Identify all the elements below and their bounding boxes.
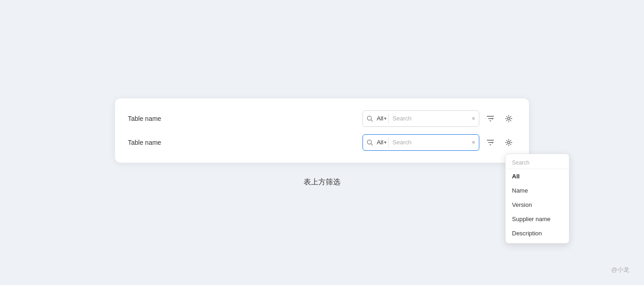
dropdown-item-version[interactable]: Version	[506, 198, 569, 212]
page-label: 表上方筛选	[304, 177, 340, 187]
toolbar-row-2: Table name All ▾ ×	[128, 133, 516, 152]
chevron-down-icon-1: ▾	[384, 116, 386, 121]
settings-icon-2[interactable]	[501, 135, 516, 150]
dropdown-value-2: All	[377, 139, 383, 146]
svg-point-7	[508, 141, 510, 143]
svg-point-3	[508, 117, 510, 120]
category-dropdown-menu: Search All Name Version Supplier name De…	[505, 154, 569, 244]
search-box-2[interactable]: All ▾ ×	[362, 134, 479, 151]
category-dropdown-trigger-2[interactable]: All ▾	[375, 137, 389, 148]
search-icon-1	[367, 115, 373, 122]
search-box-1[interactable]: All ▾ ×	[362, 110, 479, 127]
svg-point-2	[492, 118, 494, 119]
search-icon-2	[367, 139, 373, 146]
dropdown-value-1: All	[377, 115, 383, 122]
table-name-2: Table name	[128, 139, 359, 146]
clear-icon-1[interactable]: ×	[472, 115, 475, 122]
category-dropdown-trigger-1[interactable]: All ▾	[375, 114, 389, 124]
svg-line-1	[371, 120, 373, 121]
settings-icon-1[interactable]	[501, 111, 516, 126]
dropdown-item-description[interactable]: Description	[506, 226, 569, 240]
search-input-1[interactable]	[392, 115, 470, 122]
dropdown-item-all[interactable]: All	[506, 169, 569, 183]
search-input-2[interactable]	[392, 139, 470, 146]
table-name-1: Table name	[128, 115, 359, 122]
dropdown-item-supplier-name[interactable]: Supplier name	[506, 212, 569, 226]
watermark: @小龙	[611, 266, 629, 274]
main-card: Table name All ▾ ×	[115, 98, 529, 163]
svg-line-5	[371, 143, 373, 145]
dropdown-item-name[interactable]: Name	[506, 183, 569, 198]
filter-icon-1[interactable]	[483, 111, 498, 126]
chevron-down-icon-2: ▾	[384, 140, 386, 145]
dropdown-search-label: Search	[506, 157, 569, 169]
svg-point-6	[492, 142, 494, 143]
filter-icon-2[interactable]	[483, 135, 498, 150]
toolbar-row-1: Table name All ▾ ×	[128, 109, 516, 128]
clear-icon-2[interactable]: ×	[472, 139, 475, 146]
